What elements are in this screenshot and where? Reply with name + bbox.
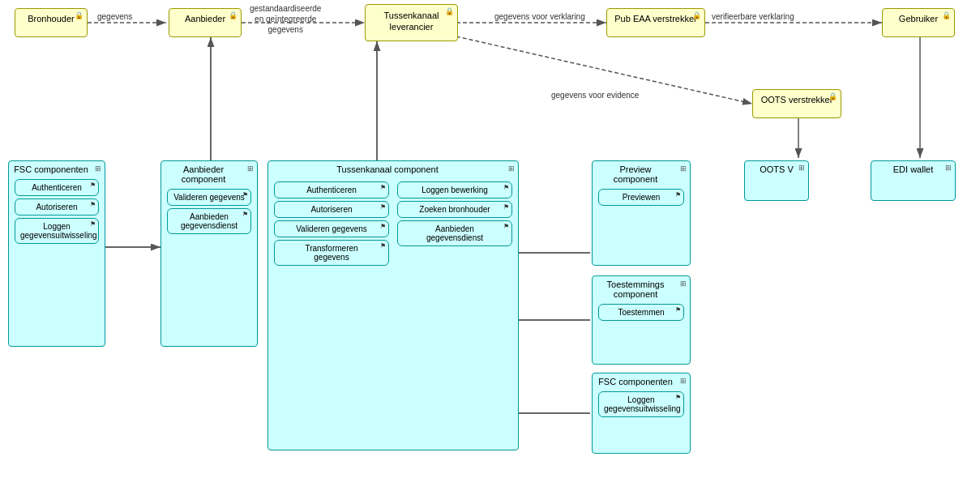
oots-verstrekker-label: OOTS verstrekker (761, 95, 833, 105)
func-autoriseren-left: ⚑ Autoriseren (15, 198, 99, 216)
actor-pub-eaa: 🔒 Pub EAA verstrekker (606, 8, 705, 37)
fsc-left-title: FSC componenten ⊞ (12, 164, 101, 176)
oots-v-container: ⊞ OOTS V (744, 160, 809, 201)
actor-aanbieder: 🔒 Aanbieder (169, 8, 242, 37)
preview-comp-title: Previewcomponent ⊞ (596, 164, 687, 186)
tussenkanaal-label: Tussenkanaalleverancier (383, 11, 439, 32)
toestemming-comp: Toestemmingscomponent ⊞ ⚑ Toestemmen (592, 275, 691, 365)
func-valideren-tussen: ⚑ Valideren gegevens (274, 220, 389, 237)
actor-bronhouder: 🔒 Bronhouder (15, 8, 88, 37)
pub-eaa-label: Pub EAA verstrekker (614, 14, 697, 23)
actor-tussenkanaal: 🔒 Tussenkanaalleverancier (365, 4, 458, 41)
tussenkanaal-icon: 🔒 (445, 7, 454, 17)
fsc-right-icon: ⊞ (680, 377, 687, 385)
label-gestandaardiseerde: gestandaardiseerdeen geïntegreerdegegeve… (250, 3, 321, 35)
aanbieder-comp-title: Aanbiedercomponent ⊞ (165, 164, 254, 186)
func-previewen: ⚑ Previewen (598, 189, 684, 206)
func-loggen-right: ⚑ Loggengegevensuitwisseling (598, 391, 684, 417)
func-authenticeren-left: ⚑ Authenticeren (15, 179, 99, 196)
func-zoeken-tussen: ⚑ Zoeken bronhouder (397, 201, 512, 218)
edi-wallet-container: ⊞ EDI wallet (871, 160, 956, 201)
label-gegevens: gegevens (97, 12, 132, 21)
func-aanbieden-aanbieder: ⚑ Aanbiedengegevensdienst (167, 208, 251, 234)
tussenkanaal-comp: Tussenkanaal component ⊞ ⚑ Authenticeren… (267, 160, 519, 450)
func-valideren-aanbieder: ⚑ Valideren gegevens (167, 189, 251, 206)
func-autoriseren-tussen: ⚑ Autoriseren (274, 201, 389, 218)
pub-eaa-icon: 🔒 (692, 11, 701, 19)
aanbieder-label: Aanbieder (185, 14, 225, 23)
aanbieder-icon: 🔒 (229, 11, 238, 19)
func-loggen-tussen: ⚑ Loggen bewerking (397, 181, 512, 198)
aanbieder-comp-icon: ⊞ (247, 164, 254, 173)
oots-v-label: OOTS V (760, 164, 794, 174)
bronhouder-icon: 🔒 (75, 11, 83, 19)
label-gegevens-verklaring: gegevens voor verklaring (494, 12, 585, 21)
aanbieder-comp: Aanbiedercomponent ⊞ ⚑ Valideren gegeven… (160, 160, 258, 347)
oots-verstrekker-icon: 🔒 (828, 92, 837, 100)
tussenkanaal-comp-icon: ⊞ (508, 164, 515, 173)
bronhouder-label: Bronhouder (28, 14, 75, 23)
func-authenticeren-tussen: ⚑ Authenticeren (274, 181, 389, 198)
func-loggen-left: ⚑ Loggengegevensuitwisseling (15, 218, 99, 244)
label-verklaring: verifieerbare verklaring (712, 12, 794, 21)
actor-oots-verstrekker: 🔒 OOTS verstrekker (752, 89, 841, 118)
oots-v-icon: ⊞ (798, 164, 805, 172)
preview-comp-icon: ⊞ (680, 164, 687, 173)
edi-wallet-label: EDI wallet (893, 164, 934, 174)
fsc-comp-right: FSC componenten ⊞ ⚑ Loggengegevensuitwis… (592, 373, 691, 454)
fsc-left-icon: ⊞ (95, 164, 101, 173)
gebruiker-label: Gebruiker (899, 14, 938, 23)
fsc-right-title: FSC componenten ⊞ (596, 377, 687, 388)
label-gegevens-evidence: gegevens voor evidence (551, 91, 639, 100)
gebruiker-icon: 🔒 (942, 11, 951, 19)
func-toestemmen: ⚑ Toestemmen (598, 304, 684, 321)
architecture-diagram: 🔒 Bronhouder 🔒 Aanbieder 🔒 Tussenkanaall… (0, 0, 980, 478)
func-transformeren-tussen: ⚑ Transformerengegevens (274, 240, 389, 266)
func-aanbieden-tussen: ⚑ Aanbiedengegevensdienst (397, 220, 512, 246)
tussenkanaal-comp-title: Tussenkanaal component ⊞ (272, 164, 515, 176)
toestemming-comp-icon: ⊞ (680, 280, 687, 288)
edi-wallet-icon: ⊞ (945, 164, 952, 172)
preview-comp: Previewcomponent ⊞ ⚑ Previewen (592, 160, 691, 266)
fsc-comp-left: FSC componenten ⊞ ⚑ Authenticeren ⚑ Auto… (8, 160, 105, 347)
actor-gebruiker: 🔒 Gebruiker (882, 8, 955, 37)
toestemming-comp-title: Toestemmingscomponent ⊞ (596, 280, 687, 301)
